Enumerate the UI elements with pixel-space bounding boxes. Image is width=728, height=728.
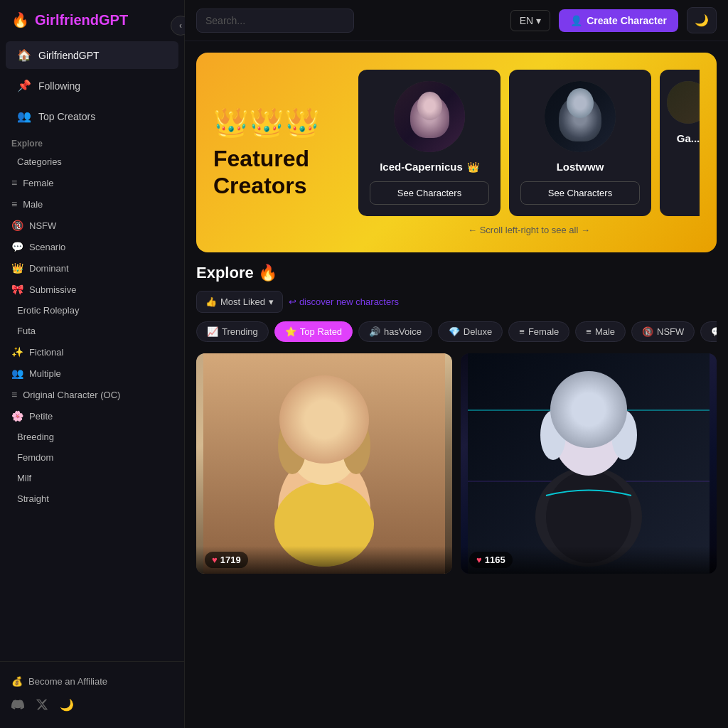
discover-link[interactable]: ↩ discover new characters bbox=[289, 296, 399, 307]
discord-icon[interactable] bbox=[11, 698, 24, 714]
affiliate-icon: 💰 bbox=[11, 676, 23, 687]
category-label: Male bbox=[23, 199, 43, 210]
svg-point-14 bbox=[555, 402, 623, 476]
sidebar-item-multiple[interactable]: 👥 Multiple bbox=[0, 363, 184, 384]
main-content: EN ▾ 👤 Create Character 🌙 👑👑👑 FeaturedCr… bbox=[185, 0, 728, 728]
sidebar-item-scenario[interactable]: 💬 Scenario bbox=[0, 236, 184, 257]
flame-icon: 🔥 bbox=[11, 11, 29, 28]
character-card-2[interactable]: ♥ 1165 bbox=[461, 353, 717, 574]
see-characters-button-iced[interactable]: See Characters bbox=[370, 181, 489, 205]
sidebar-item-futa[interactable]: Futa bbox=[0, 321, 184, 341]
sidebar-item-straight[interactable]: Straight bbox=[0, 488, 184, 509]
sort-button[interactable]: 👍 Most Liked ▾ bbox=[196, 291, 283, 313]
category-label: Petite bbox=[29, 411, 53, 422]
sidebar-footer: 💰 Become an Affiliate 🌙 bbox=[0, 661, 184, 728]
creator-card-lostwww[interactable]: Lostwww See Characters bbox=[509, 70, 651, 216]
sidebar-item-petite[interactable]: 🌸 Petite bbox=[0, 405, 184, 427]
moon-icon: 🌙 bbox=[695, 14, 709, 26]
svg-point-16 bbox=[540, 410, 566, 460]
character-card-1[interactable]: ♥ 1719 bbox=[196, 353, 452, 574]
explore-section: Explore 🔥 👍 Most Liked ▾ ↩ discover new … bbox=[185, 264, 728, 585]
create-character-button[interactable]: 👤 Create Character bbox=[559, 9, 678, 32]
sidebar-item-top-creators[interactable]: 👥 Top Creators bbox=[6, 102, 178, 130]
crowns-icon: 👑👑👑 bbox=[213, 106, 341, 139]
discover-label: discover new characters bbox=[299, 296, 399, 307]
svg-point-7 bbox=[342, 417, 370, 474]
sidebar-item-label: GirlfriendGPT bbox=[38, 50, 100, 61]
character-overlay-1: ♥ 1719 bbox=[196, 546, 452, 574]
tag-female[interactable]: ≡ Female bbox=[508, 321, 569, 342]
affiliate-button[interactable]: 💰 Become an Affiliate bbox=[11, 670, 173, 692]
sidebar-item-fictional[interactable]: ✨ Fictional bbox=[0, 341, 184, 363]
category-label: NSFW bbox=[29, 220, 56, 231]
heart-icon-1: ♥ bbox=[212, 555, 218, 565]
tag-nsfw[interactable]: 🔞 NSFW bbox=[631, 321, 695, 342]
sidebar-item-girlfriendgpt[interactable]: 🏠 GirlfriendGPT bbox=[6, 41, 178, 69]
sidebar-item-female[interactable]: ≡ Female bbox=[0, 172, 184, 193]
tag-has-voice[interactable]: 🔊 hasVoice bbox=[358, 321, 432, 342]
sort-label: Most Liked bbox=[220, 296, 265, 307]
social-icons: 🌙 bbox=[11, 692, 173, 719]
app-logo[interactable]: 🔥 GirlfriendGPT bbox=[0, 0, 184, 40]
svg-point-5 bbox=[285, 400, 363, 449]
sidebar-item-categories[interactable]: Categories bbox=[0, 151, 184, 172]
submissive-icon: 🎀 bbox=[11, 284, 23, 295]
search-input[interactable] bbox=[196, 9, 354, 33]
creator-card-ga[interactable]: Ga... bbox=[660, 70, 700, 216]
tag-label: Female bbox=[528, 326, 559, 337]
creator-name-lostwww: Lostwww bbox=[557, 161, 604, 173]
sidebar-item-milf[interactable]: Milf bbox=[0, 468, 184, 488]
filter-row: 👍 Most Liked ▾ ↩ discover new characters bbox=[196, 291, 717, 313]
tag-scenario[interactable]: 💬 Scenario bbox=[700, 321, 717, 342]
sidebar-item-femdom[interactable]: Femdom bbox=[0, 447, 184, 468]
sidebar-item-erotic-roleplay[interactable]: Erotic Roleplay bbox=[0, 300, 184, 321]
category-label: Breeding bbox=[17, 432, 54, 442]
category-label: Female bbox=[23, 178, 53, 188]
category-label: Categories bbox=[17, 156, 62, 167]
star-icon: ⭐ bbox=[285, 326, 296, 337]
nsfw-tag-icon: 🔞 bbox=[642, 326, 653, 337]
person-icon: 👤 bbox=[570, 15, 582, 26]
sidebar-item-oc[interactable]: ≡ Original Character (OC) bbox=[0, 384, 184, 405]
svg-point-18 bbox=[572, 436, 584, 444]
category-label: Dominant bbox=[29, 263, 69, 274]
sidebar-item-male[interactable]: ≡ Male bbox=[0, 193, 184, 215]
see-characters-button-lostwww[interactable]: See Characters bbox=[520, 181, 640, 205]
sidebar-item-following[interactable]: 📌 Following bbox=[6, 72, 178, 100]
language-button[interactable]: EN ▾ bbox=[510, 10, 550, 31]
tag-label: hasVoice bbox=[384, 326, 422, 337]
tag-trending[interactable]: 📈 Trending bbox=[196, 321, 269, 342]
tag-male[interactable]: ≡ Male bbox=[575, 321, 626, 342]
tag-label: Male bbox=[595, 326, 615, 337]
category-label: Futa bbox=[17, 326, 36, 336]
sidebar-item-nsfw[interactable]: 🔞 NSFW bbox=[0, 215, 184, 236]
users-icon: 👥 bbox=[17, 109, 31, 123]
tags-row: 📈 Trending ⭐ Top Rated 🔊 hasVoice 💎 Delu… bbox=[196, 321, 717, 342]
trending-icon: 📈 bbox=[207, 326, 218, 337]
category-label: Multiple bbox=[29, 368, 61, 379]
moon-icon[interactable]: 🌙 bbox=[60, 698, 74, 714]
sidebar: 🔥 GirlfriendGPT 🏠 GirlfriendGPT 📌 Follow… bbox=[0, 0, 185, 728]
theme-toggle-button[interactable]: 🌙 bbox=[687, 7, 717, 33]
sidebar-item-breeding[interactable]: Breeding bbox=[0, 427, 184, 447]
character-image-1 bbox=[196, 353, 452, 574]
avatar-image-iced bbox=[394, 81, 465, 152]
scenario-tag-icon: 💬 bbox=[711, 326, 717, 337]
creator-card-iced[interactable]: Iced-Capernicus 👑 See Characters bbox=[358, 70, 500, 216]
tag-deluxe[interactable]: 💎 Deluxe bbox=[438, 321, 503, 342]
tag-top-rated[interactable]: ⭐ Top Rated bbox=[274, 321, 353, 342]
sidebar-item-submissive[interactable]: 🎀 Submissive bbox=[0, 279, 184, 300]
female-grid-icon: ≡ bbox=[519, 326, 525, 337]
featured-left: 👑👑👑 FeaturedCreators bbox=[213, 106, 341, 200]
category-label: Erotic Roleplay bbox=[17, 305, 79, 316]
petite-icon: 🌸 bbox=[11, 410, 23, 422]
lang-label: EN bbox=[520, 15, 533, 26]
svg-point-6 bbox=[278, 417, 306, 474]
bookmark-icon: 📌 bbox=[17, 79, 31, 92]
sidebar-item-dominant[interactable]: 👑 Dominant bbox=[0, 257, 184, 279]
character-likes-2: ♥ 1165 bbox=[469, 552, 513, 568]
creator-name-ga: Ga... bbox=[677, 132, 700, 144]
likes-count-1: 1719 bbox=[220, 555, 241, 565]
twitter-icon[interactable] bbox=[36, 698, 48, 714]
home-icon: 🏠 bbox=[17, 48, 31, 62]
